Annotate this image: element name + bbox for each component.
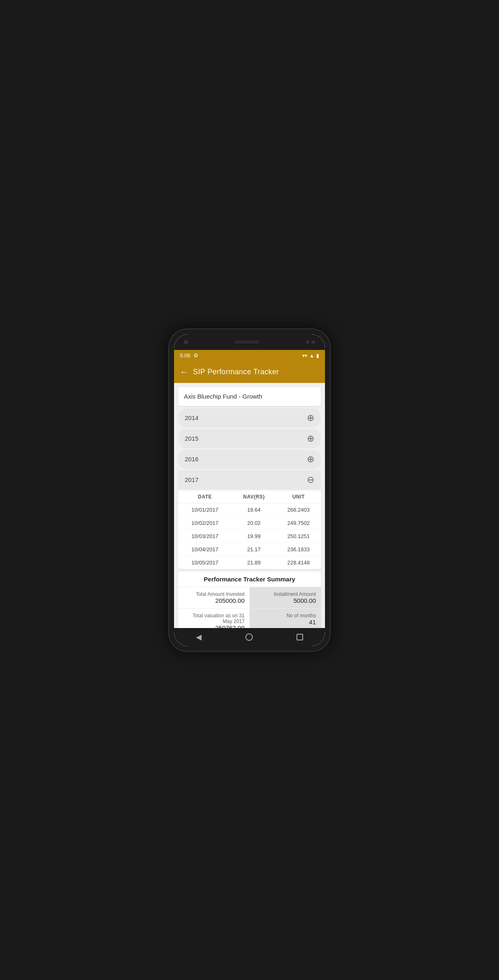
time-display: 5:08	[180, 352, 190, 359]
year-header-2016[interactable]: 2016 ⊕	[178, 450, 321, 469]
status-right: ▾▾ ▲ ▮	[302, 353, 319, 359]
cell-date-0: 10/01/2017	[178, 507, 232, 513]
cell-date-1: 10/02/2017	[178, 520, 232, 526]
expand-icon-2014: ⊕	[307, 413, 314, 423]
summary-cell-total-invested: Total Amount Invested 205000.00	[178, 587, 250, 608]
months-label: No of months	[254, 613, 316, 619]
cell-unit-1: 249.7502	[276, 520, 321, 526]
table-row: 10/05/2017 21.89 228.4148	[178, 556, 321, 569]
nav-recent-button[interactable]	[297, 634, 303, 640]
cell-date-3: 10/04/2017	[178, 546, 232, 553]
expand-icon-2015: ⊕	[307, 434, 314, 443]
table-row: 10/01/2017 18.64 268.2403	[178, 503, 321, 517]
table-row: 10/02/2017 20.02 249.7502	[178, 517, 321, 530]
year-header-2014[interactable]: 2014 ⊕	[178, 409, 321, 427]
collapse-icon-2017: ⊖	[307, 475, 314, 484]
camera	[184, 340, 188, 344]
cell-nav-1: 20.02	[232, 520, 276, 526]
table-rows-container: 10/01/2017 18.64 268.2403 10/02/2017 20.…	[178, 503, 321, 569]
valuation-value: 250762.00	[183, 624, 245, 628]
year-label-2017: 2017	[185, 476, 198, 483]
phone-shell: 5:08 ⚙ ▾▾ ▲ ▮ ← SIP Performance Tracker …	[169, 329, 330, 651]
phone-top-bezel	[174, 334, 325, 350]
bottom-nav: ◀	[174, 628, 325, 646]
data-table-2017: DATE NAV(Rs) UNIT 10/01/2017 18.64 268.2…	[178, 491, 321, 569]
year-label-2016: 2016	[185, 456, 198, 463]
sensors	[306, 340, 315, 344]
summary-cell-valuation: Total valuation as on 31 May 2017 250762…	[178, 609, 250, 628]
main-content: Axis Bluechip Fund - Growth 2014 ⊕ 2015 …	[174, 383, 325, 628]
table-row: 10/04/2017 21.17 236.1833	[178, 543, 321, 556]
installment-label: Installment Amount	[254, 591, 316, 597]
summary-row-2: Total valuation as on 31 May 2017 250762…	[178, 609, 321, 628]
year-section-2017: 2017 ⊖ DATE NAV(Rs) UNIT 10/01/2017 18.6…	[178, 470, 321, 569]
year-header-2017[interactable]: 2017 ⊖	[178, 470, 321, 489]
phone-inner: 5:08 ⚙ ▾▾ ▲ ▮ ← SIP Performance Tracker …	[174, 334, 325, 646]
summary-row-1: Total Amount Invested 205000.00 Installm…	[178, 587, 321, 609]
speaker	[235, 340, 259, 344]
year-label-2015: 2015	[185, 435, 198, 442]
total-invested-label: Total Amount Invested	[183, 591, 245, 597]
year-section-2016: 2016 ⊕	[178, 450, 321, 469]
year-section-2015: 2015 ⊕	[178, 429, 321, 448]
battery-icon: ▮	[316, 353, 319, 359]
status-bar: 5:08 ⚙ ▾▾ ▲ ▮	[174, 350, 325, 361]
app-title: SIP Performance Tracker	[193, 368, 279, 376]
summary-cell-installment: Installment Amount 5000.00	[250, 587, 321, 608]
summary-section: Performance Tracker Summary Total Amount…	[178, 571, 321, 628]
nav-back-button[interactable]: ◀	[196, 633, 202, 642]
cell-nav-4: 21.89	[232, 560, 276, 566]
year-section-2014: 2014 ⊕	[178, 409, 321, 427]
expand-icon-2016: ⊕	[307, 455, 314, 464]
cell-nav-2: 19.99	[232, 533, 276, 539]
year-header-2015[interactable]: 2015 ⊕	[178, 429, 321, 448]
fund-card: Axis Bluechip Fund - Growth	[178, 387, 321, 406]
sensor-dot-2	[312, 340, 315, 344]
nav-home-button[interactable]	[245, 633, 253, 641]
cell-date-4: 10/05/2017	[178, 560, 232, 566]
summary-cell-months: No of months 41	[250, 609, 321, 628]
col-header-nav: NAV(Rs)	[232, 494, 276, 500]
summary-title: Performance Tracker Summary	[178, 571, 321, 587]
status-left: 5:08 ⚙	[180, 352, 198, 359]
back-button[interactable]: ←	[180, 367, 188, 377]
installment-value: 5000.00	[254, 597, 316, 604]
app-bar: ← SIP Performance Tracker	[174, 361, 325, 383]
total-invested-value: 205000.00	[183, 597, 245, 604]
cell-nav-3: 21.17	[232, 546, 276, 553]
months-value: 41	[254, 619, 316, 626]
cell-date-2: 10/03/2017	[178, 533, 232, 539]
cell-unit-3: 236.1833	[276, 546, 321, 553]
valuation-label: Total valuation as on 31 May 2017	[183, 613, 245, 624]
fund-name: Axis Bluechip Fund - Growth	[184, 393, 262, 400]
col-header-date: DATE	[178, 494, 232, 500]
year-label-2014: 2014	[185, 414, 198, 421]
wifi-icon: ▾▾	[302, 353, 307, 359]
table-header-row: DATE NAV(Rs) UNIT	[178, 491, 321, 503]
signal-icon: ▲	[309, 353, 314, 359]
cell-unit-4: 228.4148	[276, 560, 321, 566]
table-row: 10/03/2017 19.99 250.1251	[178, 530, 321, 543]
cell-nav-0: 18.64	[232, 507, 276, 513]
col-header-unit: UNIT	[276, 494, 321, 500]
settings-icon: ⚙	[193, 352, 198, 359]
cell-unit-0: 268.2403	[276, 507, 321, 513]
sensor-dot	[306, 340, 309, 344]
cell-unit-2: 250.1251	[276, 533, 321, 539]
